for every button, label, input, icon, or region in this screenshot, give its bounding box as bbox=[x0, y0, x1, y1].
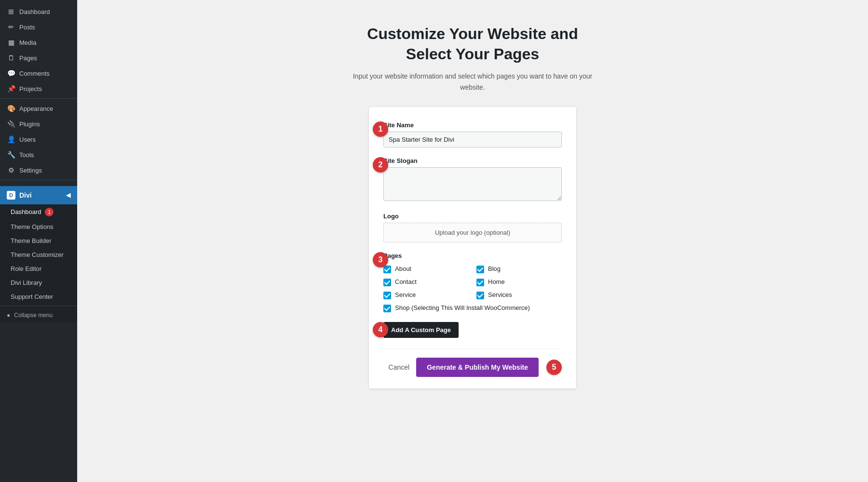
home-check-icon bbox=[476, 279, 484, 286]
sidebar: ⊞ Dashboard ✏ Posts ▦ Media 🗒 Pages 💬 Co… bbox=[0, 0, 77, 482]
step-5-badge: 5 bbox=[546, 360, 562, 375]
page-item-home[interactable]: Home bbox=[476, 278, 562, 286]
sidebar-item-dashboard[interactable]: ⊞ Dashboard bbox=[0, 4, 77, 19]
contact-label: Contact bbox=[395, 278, 417, 285]
service-label: Service bbox=[395, 291, 416, 298]
submenu-item-dashboard[interactable]: Dashboard 1 bbox=[0, 204, 77, 220]
site-name-group: 1 Site Name bbox=[383, 121, 562, 147]
services-label: Services bbox=[488, 291, 512, 298]
step-2-badge: 2 bbox=[373, 157, 388, 173]
submenu-item-theme-options[interactable]: Theme Options bbox=[0, 220, 77, 234]
add-custom-page-button[interactable]: Add A Custom Page bbox=[383, 322, 459, 338]
divi-section: D Divi ◀ bbox=[0, 186, 77, 204]
plugins-icon: 🔌 bbox=[7, 120, 15, 128]
tools-icon: 🔧 bbox=[7, 151, 15, 159]
publish-button[interactable]: Generate & Publish My Website bbox=[416, 358, 539, 377]
sidebar-item-tools[interactable]: 🔧 Tools bbox=[0, 147, 77, 162]
settings-icon: ⚙ bbox=[7, 166, 15, 174]
site-slogan-label: Site Slogan bbox=[383, 157, 562, 164]
submenu-item-role-editor[interactable]: Role Editor bbox=[0, 262, 77, 276]
divi-chevron-icon: ◀ bbox=[66, 192, 70, 199]
page-item-blog[interactable]: Blog bbox=[476, 265, 562, 273]
pages-group: 3 Pages About Blog Contact bbox=[383, 252, 562, 312]
add-custom-page-wrapper: 4 Add A Custom Page bbox=[383, 322, 562, 338]
form-card: 1 Site Name 2 Site Slogan Logo Upload yo… bbox=[369, 107, 576, 388]
media-icon: ▦ bbox=[7, 39, 15, 46]
divi-submenu: Dashboard 1 Theme Options Theme Builder … bbox=[0, 204, 77, 322]
sidebar-item-settings[interactable]: ⚙ Settings bbox=[0, 162, 77, 178]
site-name-input[interactable] bbox=[383, 132, 562, 147]
page-item-services[interactable]: Services bbox=[476, 291, 562, 299]
page-item-shop[interactable]: Shop (Selecting This Will Install WooCom… bbox=[383, 304, 562, 312]
page-item-contact[interactable]: Contact bbox=[383, 278, 469, 286]
sidebar-item-pages[interactable]: 🗒 Pages bbox=[0, 50, 77, 66]
site-slogan-group: 2 Site Slogan bbox=[383, 157, 562, 203]
pages-icon: 🗒 bbox=[7, 54, 15, 62]
logo-group: Logo Upload your logo (optional) bbox=[383, 213, 562, 242]
posts-icon: ✏ bbox=[7, 23, 15, 31]
page-subtitle: Input your website information and selec… bbox=[352, 71, 593, 93]
sidebar-item-appearance[interactable]: 🎨 Appearance bbox=[0, 101, 77, 116]
blog-check-icon bbox=[476, 266, 484, 273]
sidebar-item-divi[interactable]: D Divi ◀ bbox=[0, 186, 77, 204]
sidebar-item-projects[interactable]: 📌 Projects bbox=[0, 81, 77, 96]
shop-check-icon bbox=[383, 305, 391, 312]
blog-label: Blog bbox=[488, 265, 501, 272]
sidebar-item-comments[interactable]: 💬 Comments bbox=[0, 66, 77, 81]
step-3-badge: 3 bbox=[373, 252, 388, 268]
logo-upload-button[interactable]: Upload your logo (optional) bbox=[383, 223, 562, 242]
logo-label: Logo bbox=[383, 213, 562, 220]
page-item-about[interactable]: About bbox=[383, 265, 469, 273]
submenu-item-theme-builder[interactable]: Theme Builder bbox=[0, 234, 77, 248]
shop-label: Shop (Selecting This Will Install WooCom… bbox=[395, 304, 530, 311]
cancel-button[interactable]: Cancel bbox=[389, 363, 410, 371]
submenu-item-divi-library[interactable]: Divi Library bbox=[0, 276, 77, 290]
service-check-icon bbox=[383, 292, 391, 299]
dashboard-badge: 1 bbox=[45, 208, 54, 216]
collapse-icon: ● bbox=[7, 312, 10, 319]
divi-icon: D bbox=[7, 191, 15, 200]
page-title: Customize Your Website andSelect Your Pa… bbox=[367, 24, 578, 64]
appearance-icon: 🎨 bbox=[7, 105, 15, 112]
site-slogan-input[interactable] bbox=[383, 167, 562, 201]
about-label: About bbox=[395, 265, 411, 272]
card-footer: Cancel Generate & Publish My Website 5 bbox=[383, 348, 562, 377]
pages-label: Pages bbox=[383, 252, 562, 259]
projects-icon: 📌 bbox=[7, 85, 15, 93]
step-4-badge: 4 bbox=[373, 322, 388, 337]
sidebar-item-posts[interactable]: ✏ Posts bbox=[0, 19, 77, 35]
home-label: Home bbox=[488, 278, 505, 285]
site-name-label: Site Name bbox=[383, 121, 562, 129]
dashboard-icon: ⊞ bbox=[7, 8, 15, 15]
contact-check-icon bbox=[383, 279, 391, 286]
step-1-badge: 1 bbox=[373, 121, 388, 137]
sidebar-item-plugins[interactable]: 🔌 Plugins bbox=[0, 116, 77, 132]
publish-wrapper: Generate & Publish My Website 5 bbox=[416, 358, 562, 377]
sidebar-item-users[interactable]: 👤 Users bbox=[0, 132, 77, 147]
pages-grid: About Blog Contact Home bbox=[383, 265, 562, 312]
users-icon: 👤 bbox=[7, 135, 15, 143]
submenu-item-theme-customizer[interactable]: Theme Customizer bbox=[0, 248, 77, 262]
services-check-icon bbox=[476, 292, 484, 299]
sidebar-item-media[interactable]: ▦ Media bbox=[0, 35, 77, 50]
main-content: Customize Your Website andSelect Your Pa… bbox=[77, 0, 868, 482]
sidebar-collapse-menu[interactable]: ● Collapse menu bbox=[0, 308, 77, 322]
page-item-service[interactable]: Service bbox=[383, 291, 469, 299]
comments-icon: 💬 bbox=[7, 69, 15, 77]
about-check-icon bbox=[383, 266, 391, 273]
submenu-item-support-center[interactable]: Support Center bbox=[0, 290, 77, 304]
